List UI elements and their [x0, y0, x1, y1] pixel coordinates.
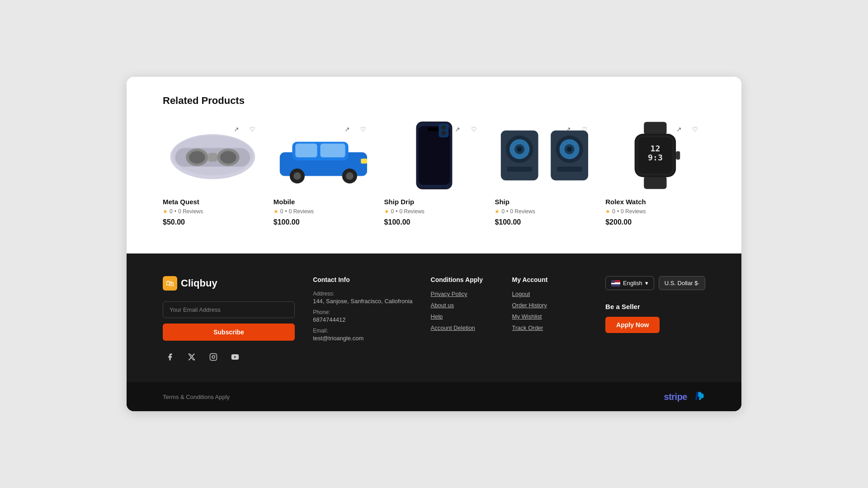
help-link[interactable]: Help [431, 313, 494, 320]
product-name: Meta Quest [163, 198, 263, 206]
section-title: Related Products [163, 95, 705, 107]
language-selector[interactable]: English ▾ [605, 276, 654, 290]
product-card-actions: ↗ ♡ [230, 123, 259, 136]
product-card-mobile[interactable]: ↗ ♡ [274, 119, 373, 226]
svg-rect-15 [320, 144, 345, 157]
conditions-title: Conditions Apply [431, 276, 494, 283]
review-count: 0 Reviews [289, 208, 314, 215]
svg-rect-37 [644, 176, 666, 189]
flag-icon [611, 280, 620, 286]
share-button[interactable]: ↗ [451, 123, 464, 136]
email-value: test@trioangle.com [313, 335, 412, 342]
apply-now-button[interactable]: Apply Now [605, 317, 660, 333]
twitter-link[interactable] [184, 350, 199, 364]
footer-conditions: Conditions Apply Privacy Policy About us… [431, 276, 494, 364]
wishlist-button[interactable]: ♡ [357, 123, 370, 136]
svg-rect-29 [507, 167, 532, 172]
product-name: Mobile [274, 198, 373, 206]
page-wrapper: Related Products ↗ ♡ [127, 77, 741, 411]
svg-point-23 [441, 131, 446, 135]
svg-rect-36 [644, 122, 666, 135]
svg-rect-14 [295, 144, 317, 157]
about-us-link[interactable]: About us [431, 302, 494, 309]
privacy-policy-link[interactable]: Privacy Policy [431, 291, 494, 297]
product-card-actions: ↗ ♡ [341, 123, 370, 136]
address-label: Address: [313, 291, 412, 297]
stripe-icon: stripe [664, 392, 687, 402]
address-value: 144, Sanjose, Sanfracisco, Caliofronia [313, 298, 412, 305]
product-price: $100.00 [274, 218, 373, 226]
subscribe-button[interactable]: Subscribe [163, 324, 295, 341]
logo-icon: 🛍 [163, 276, 177, 291]
product-rating: ★ 0 • 0 Reviews [274, 208, 373, 215]
instagram-link[interactable] [206, 350, 221, 364]
wishlist-button[interactable]: ♡ [467, 123, 480, 136]
svg-rect-44 [210, 354, 217, 361]
order-history-link[interactable]: Order History [512, 302, 576, 309]
lang-currency-row: English ▾ U.S. Dollar $· [605, 276, 705, 290]
email-label: Email: [313, 328, 412, 334]
related-products-section: Related Products ↗ ♡ [127, 77, 741, 253]
wishlist-button[interactable]: ♡ [578, 123, 591, 136]
product-card-rolex-watch[interactable]: ↗ ♡ 12 [605, 119, 705, 226]
account-deletion-link[interactable]: Account Deletion [431, 324, 494, 331]
svg-point-34 [567, 147, 572, 152]
email-input[interactable] [163, 301, 295, 318]
product-card-meta-quest[interactable]: ↗ ♡ [163, 119, 263, 226]
wishlist-button[interactable]: ♡ [246, 123, 259, 136]
product-name: Rolex Watch [605, 198, 705, 206]
brand-logo: 🛍 Cliqbuy [163, 276, 295, 291]
svg-text:12: 12 [651, 144, 660, 153]
product-card-ship[interactable]: ↗ ♡ [495, 119, 594, 226]
facebook-link[interactable] [163, 350, 177, 364]
review-count: 0 Reviews [178, 208, 203, 215]
terms-text: Terms & Conditions Apply [163, 394, 230, 400]
products-grid: ↗ ♡ [163, 119, 705, 226]
share-button[interactable]: ↗ [673, 123, 685, 136]
track-order-link[interactable]: Track Order [512, 324, 576, 331]
star-icon: ★ [274, 208, 278, 215]
product-name: Ship Drip [384, 198, 484, 206]
language-label: English [623, 280, 642, 286]
review-count: 0 Reviews [399, 208, 424, 215]
product-rating: ★ 0 • 0 Reviews [605, 208, 705, 215]
product-card-ship-drip[interactable]: ↗ ♡ [384, 119, 484, 226]
footer-brand: 🛍 Cliqbuy Subscribe [163, 276, 295, 364]
svg-point-13 [346, 172, 354, 180]
rating-value: 0 [391, 208, 394, 215]
footer-contact: Contact Info Address: 144, Sanjose, Sanf… [313, 276, 412, 364]
product-card-actions: ↗ ♡ [451, 123, 480, 136]
wishlist-button[interactable]: ♡ [689, 123, 702, 136]
star-icon: ★ [605, 208, 610, 215]
share-button[interactable]: ↗ [562, 123, 575, 136]
star-icon: ★ [163, 208, 168, 215]
rating-value: 0 [170, 208, 173, 215]
product-price: $200.00 [605, 218, 705, 226]
star-icon: ★ [384, 208, 389, 215]
youtube-link[interactable] [228, 350, 242, 364]
svg-point-45 [212, 356, 215, 358]
phone-label: Phone: [313, 309, 412, 315]
product-price: $100.00 [495, 218, 594, 226]
social-links [163, 350, 295, 364]
my-wishlist-link[interactable]: My Wishlist [512, 313, 576, 320]
footer: 🛍 Cliqbuy Subscribe [127, 253, 741, 411]
svg-point-11 [293, 172, 301, 180]
logout-link[interactable]: Logout [512, 291, 576, 297]
review-count: 0 Reviews [510, 208, 535, 215]
svg-point-28 [517, 147, 522, 152]
svg-point-46 [215, 355, 216, 356]
paypal-icon [693, 390, 705, 403]
rating-value: 0 [501, 208, 505, 215]
share-button[interactable]: ↗ [341, 123, 354, 136]
product-rating: ★ 0 • 0 Reviews [384, 208, 484, 215]
rating-value: 0 [612, 208, 615, 215]
share-button[interactable]: ↗ [230, 123, 243, 136]
star-icon: ★ [495, 208, 500, 215]
product-price: $100.00 [384, 218, 484, 226]
svg-point-5 [189, 151, 205, 164]
currency-selector[interactable]: U.S. Dollar $· [659, 276, 705, 290]
product-card-actions: ↗ ♡ [562, 123, 591, 136]
footer-my-account: My Account Logout Order History My Wishl… [512, 276, 576, 364]
phone-value: 6874744412 [313, 316, 412, 323]
